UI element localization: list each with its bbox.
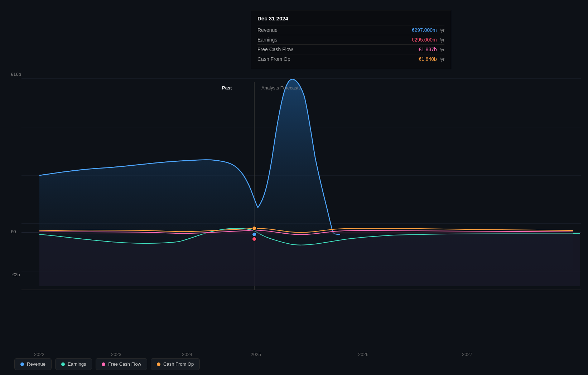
tooltip-row-fcf: Free Cash Flow €1.837b /yr xyxy=(257,44,444,54)
tooltip-value-earnings: -€295.000m /yr xyxy=(410,37,444,43)
x-label-2026: 2026 xyxy=(358,352,368,357)
tooltip-row-earnings: Earnings -€295.000m /yr xyxy=(257,35,444,44)
tooltip-label-earnings: Earnings xyxy=(257,37,277,43)
past-label: Past xyxy=(222,85,232,91)
legend-label-revenue: Revenue xyxy=(27,361,45,367)
legend-label-fcf: Free Cash Flow xyxy=(108,361,141,367)
legend-item-revenue[interactable]: Revenue xyxy=(14,358,52,370)
y-label-neg2b: -€2b xyxy=(11,272,20,277)
legend-label-earnings: Earnings xyxy=(68,361,86,367)
legend-dot-revenue xyxy=(20,362,24,366)
tooltip-row-revenue: Revenue €297.000m /yr xyxy=(257,25,444,35)
tooltip-label-fcf: Free Cash Flow xyxy=(257,47,293,52)
forecast-label: Analysts Forecasts xyxy=(261,85,301,91)
tooltip-value-revenue: €297.000m /yr xyxy=(412,27,444,33)
legend-dot-earnings xyxy=(61,362,65,366)
legend: Revenue Earnings Free Cash Flow Cash Fro… xyxy=(14,353,200,375)
x-label-2025: 2025 xyxy=(251,352,261,357)
tooltip-value-cashop: €1.840b /yr xyxy=(419,56,444,62)
legend-item-earnings[interactable]: Earnings xyxy=(55,358,92,370)
tooltip-row-cashop: Cash From Op €1.840b /yr xyxy=(257,54,444,64)
legend-dot-cashop xyxy=(157,362,160,366)
svg-point-9 xyxy=(252,232,256,237)
svg-point-8 xyxy=(252,226,256,230)
legend-dot-fcf xyxy=(102,362,105,366)
legend-item-fcf[interactable]: Free Cash Flow xyxy=(96,358,147,370)
x-label-2027: 2027 xyxy=(462,352,472,357)
legend-label-cashop: Cash From Op xyxy=(163,361,194,367)
tooltip-label-cashop: Cash From Op xyxy=(257,56,290,62)
legend-item-cashop[interactable]: Cash From Op xyxy=(151,358,200,370)
tooltip-label-revenue: Revenue xyxy=(257,27,278,33)
y-label-16b: €16b xyxy=(11,72,21,77)
chart-container: €16b €0 -€2b Past Analysts Forecasts 202… xyxy=(0,0,588,375)
tooltip-box: Dec 31 2024 Revenue €297.000m /yr Earnin… xyxy=(251,10,451,69)
y-label-0: €0 xyxy=(11,229,16,234)
svg-point-10 xyxy=(252,237,256,241)
tooltip-date: Dec 31 2024 xyxy=(257,15,444,21)
tooltip-value-fcf: €1.837b /yr xyxy=(419,47,444,52)
